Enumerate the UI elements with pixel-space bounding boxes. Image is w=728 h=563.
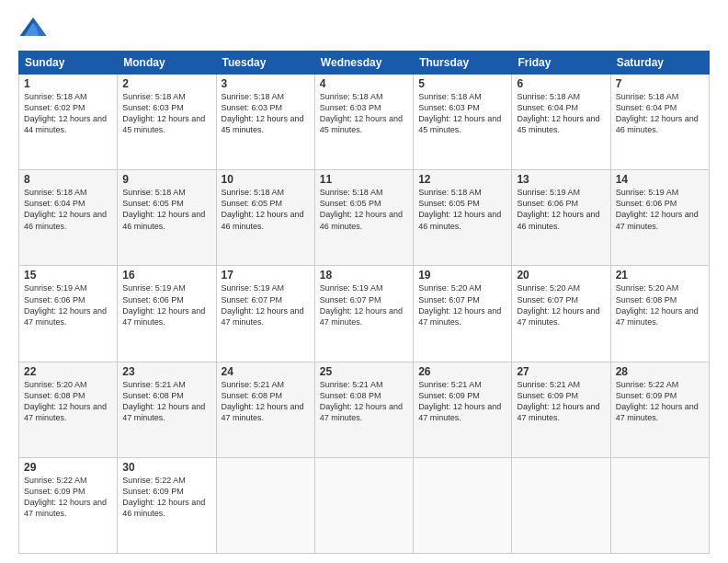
day-info: Sunrise: 5:20 AM Sunset: 6:07 PM Dayligh… — [517, 282, 605, 327]
week-row-5: 29 Sunrise: 5:22 AM Sunset: 6:09 PM Dayl… — [19, 457, 710, 553]
calendar-cell: 8 Sunrise: 5:18 AM Sunset: 6:04 PM Dayli… — [19, 170, 118, 266]
day-number: 8 — [24, 173, 112, 186]
day-number: 26 — [418, 365, 506, 378]
calendar-cell: 6 Sunrise: 5:18 AM Sunset: 6:04 PM Dayli… — [512, 75, 610, 170]
day-number: 28 — [616, 365, 704, 378]
day-info: Sunrise: 5:20 AM Sunset: 6:07 PM Dayligh… — [418, 282, 506, 327]
calendar-cell: 4 Sunrise: 5:18 AM Sunset: 6:03 PM Dayli… — [314, 75, 413, 170]
day-info: Sunrise: 5:22 AM Sunset: 6:09 PM Dayligh… — [24, 475, 112, 520]
calendar-cell: 15 Sunrise: 5:19 AM Sunset: 6:06 PM Dayl… — [19, 266, 118, 362]
day-info: Sunrise: 5:21 AM Sunset: 6:09 PM Dayligh… — [517, 379, 605, 424]
day-number: 18 — [320, 269, 408, 282]
day-info: Sunrise: 5:19 AM Sunset: 6:06 PM Dayligh… — [616, 187, 704, 232]
weekday-header-monday: Monday — [118, 52, 216, 75]
day-number: 9 — [122, 173, 210, 186]
week-row-4: 22 Sunrise: 5:20 AM Sunset: 6:08 PM Dayl… — [19, 362, 710, 457]
day-info: Sunrise: 5:21 AM Sunset: 6:08 PM Dayligh… — [122, 379, 210, 424]
calendar-cell: 21 Sunrise: 5:20 AM Sunset: 6:08 PM Dayl… — [610, 266, 709, 362]
day-number: 12 — [418, 173, 506, 186]
day-number: 6 — [517, 77, 605, 90]
calendar-cell: 24 Sunrise: 5:21 AM Sunset: 6:08 PM Dayl… — [216, 362, 314, 457]
week-row-2: 8 Sunrise: 5:18 AM Sunset: 6:04 PM Dayli… — [19, 170, 710, 266]
day-info: Sunrise: 5:18 AM Sunset: 6:03 PM Dayligh… — [418, 91, 506, 136]
header — [18, 14, 710, 43]
day-number: 20 — [517, 269, 605, 282]
day-info: Sunrise: 5:18 AM Sunset: 6:05 PM Dayligh… — [222, 187, 310, 232]
day-info: Sunrise: 5:18 AM Sunset: 6:03 PM Dayligh… — [320, 91, 408, 136]
calendar-cell: 16 Sunrise: 5:19 AM Sunset: 6:06 PM Dayl… — [118, 266, 216, 362]
day-number: 27 — [517, 365, 605, 378]
day-info: Sunrise: 5:18 AM Sunset: 6:04 PM Dayligh… — [24, 187, 112, 232]
calendar-cell: 3 Sunrise: 5:18 AM Sunset: 6:03 PM Dayli… — [216, 75, 314, 170]
day-info: Sunrise: 5:20 AM Sunset: 6:08 PM Dayligh… — [616, 282, 704, 327]
calendar-cell: 12 Sunrise: 5:18 AM Sunset: 6:05 PM Dayl… — [414, 170, 512, 266]
day-number: 10 — [222, 173, 310, 186]
week-row-1: 1 Sunrise: 5:18 AM Sunset: 6:02 PM Dayli… — [19, 75, 710, 170]
day-number: 3 — [222, 77, 310, 90]
calendar-cell: 9 Sunrise: 5:18 AM Sunset: 6:05 PM Dayli… — [118, 170, 216, 266]
calendar-cell: 1 Sunrise: 5:18 AM Sunset: 6:02 PM Dayli… — [19, 75, 118, 170]
weekday-header-tuesday: Tuesday — [216, 52, 314, 75]
weekday-header-friday: Friday — [512, 52, 610, 75]
day-number: 2 — [122, 77, 210, 90]
day-info: Sunrise: 5:19 AM Sunset: 6:07 PM Dayligh… — [222, 282, 310, 327]
day-number: 29 — [24, 461, 112, 474]
day-number: 13 — [517, 173, 605, 186]
calendar-cell: 11 Sunrise: 5:18 AM Sunset: 6:05 PM Dayl… — [314, 170, 413, 266]
day-info: Sunrise: 5:19 AM Sunset: 6:06 PM Dayligh… — [517, 187, 605, 232]
day-number: 11 — [320, 173, 408, 186]
week-row-3: 15 Sunrise: 5:19 AM Sunset: 6:06 PM Dayl… — [19, 266, 710, 362]
calendar-cell: 28 Sunrise: 5:22 AM Sunset: 6:09 PM Dayl… — [610, 362, 709, 457]
weekday-header-saturday: Saturday — [610, 52, 709, 75]
day-number: 24 — [222, 365, 310, 378]
day-info: Sunrise: 5:21 AM Sunset: 6:09 PM Dayligh… — [418, 379, 506, 424]
day-info: Sunrise: 5:19 AM Sunset: 6:07 PM Dayligh… — [320, 282, 408, 327]
day-info: Sunrise: 5:18 AM Sunset: 6:05 PM Dayligh… — [320, 187, 408, 232]
day-info: Sunrise: 5:21 AM Sunset: 6:08 PM Dayligh… — [222, 379, 310, 424]
day-info: Sunrise: 5:21 AM Sunset: 6:08 PM Dayligh… — [320, 379, 408, 424]
day-number: 7 — [616, 77, 704, 90]
calendar-cell — [610, 457, 709, 553]
weekday-header-row: SundayMondayTuesdayWednesdayThursdayFrid… — [19, 52, 710, 75]
day-info: Sunrise: 5:18 AM Sunset: 6:05 PM Dayligh… — [418, 187, 506, 232]
day-number: 22 — [24, 365, 112, 378]
calendar-cell: 25 Sunrise: 5:21 AM Sunset: 6:08 PM Dayl… — [314, 362, 413, 457]
calendar-cell: 18 Sunrise: 5:19 AM Sunset: 6:07 PM Dayl… — [314, 266, 413, 362]
day-number: 23 — [122, 365, 210, 378]
day-info: Sunrise: 5:19 AM Sunset: 6:06 PM Dayligh… — [122, 282, 210, 327]
day-info: Sunrise: 5:22 AM Sunset: 6:09 PM Dayligh… — [122, 475, 210, 520]
calendar-cell: 5 Sunrise: 5:18 AM Sunset: 6:03 PM Dayli… — [414, 75, 512, 170]
day-info: Sunrise: 5:18 AM Sunset: 6:04 PM Dayligh… — [616, 91, 704, 136]
day-number: 1 — [24, 77, 112, 90]
calendar-cell: 2 Sunrise: 5:18 AM Sunset: 6:03 PM Dayli… — [118, 75, 216, 170]
day-number: 30 — [122, 461, 210, 474]
day-number: 17 — [222, 269, 310, 282]
calendar-cell: 23 Sunrise: 5:21 AM Sunset: 6:08 PM Dayl… — [118, 362, 216, 457]
calendar-cell — [216, 457, 314, 553]
calendar-cell: 27 Sunrise: 5:21 AM Sunset: 6:09 PM Dayl… — [512, 362, 610, 457]
logo-icon — [18, 14, 48, 43]
calendar-cell — [512, 457, 610, 553]
calendar-cell: 29 Sunrise: 5:22 AM Sunset: 6:09 PM Dayl… — [19, 457, 118, 553]
weekday-header-wednesday: Wednesday — [314, 52, 413, 75]
day-number: 4 — [320, 77, 408, 90]
day-number: 15 — [24, 269, 112, 282]
day-info: Sunrise: 5:18 AM Sunset: 6:05 PM Dayligh… — [122, 187, 210, 232]
calendar-cell: 10 Sunrise: 5:18 AM Sunset: 6:05 PM Dayl… — [216, 170, 314, 266]
day-info: Sunrise: 5:20 AM Sunset: 6:08 PM Dayligh… — [24, 379, 112, 424]
day-info: Sunrise: 5:18 AM Sunset: 6:04 PM Dayligh… — [517, 91, 605, 136]
calendar-cell: 7 Sunrise: 5:18 AM Sunset: 6:04 PM Dayli… — [610, 75, 709, 170]
calendar-cell: 22 Sunrise: 5:20 AM Sunset: 6:08 PM Dayl… — [19, 362, 118, 457]
day-number: 5 — [418, 77, 506, 90]
day-info: Sunrise: 5:22 AM Sunset: 6:09 PM Dayligh… — [616, 379, 704, 424]
day-number: 25 — [320, 365, 408, 378]
weekday-header-sunday: Sunday — [19, 52, 118, 75]
day-number: 21 — [616, 269, 704, 282]
calendar-cell: 20 Sunrise: 5:20 AM Sunset: 6:07 PM Dayl… — [512, 266, 610, 362]
day-info: Sunrise: 5:18 AM Sunset: 6:03 PM Dayligh… — [122, 91, 210, 136]
calendar-cell: 14 Sunrise: 5:19 AM Sunset: 6:06 PM Dayl… — [610, 170, 709, 266]
logo — [18, 14, 53, 43]
calendar-page: SundayMondayTuesdayWednesdayThursdayFrid… — [0, 0, 728, 563]
calendar-cell: 26 Sunrise: 5:21 AM Sunset: 6:09 PM Dayl… — [414, 362, 512, 457]
day-number: 19 — [418, 269, 506, 282]
